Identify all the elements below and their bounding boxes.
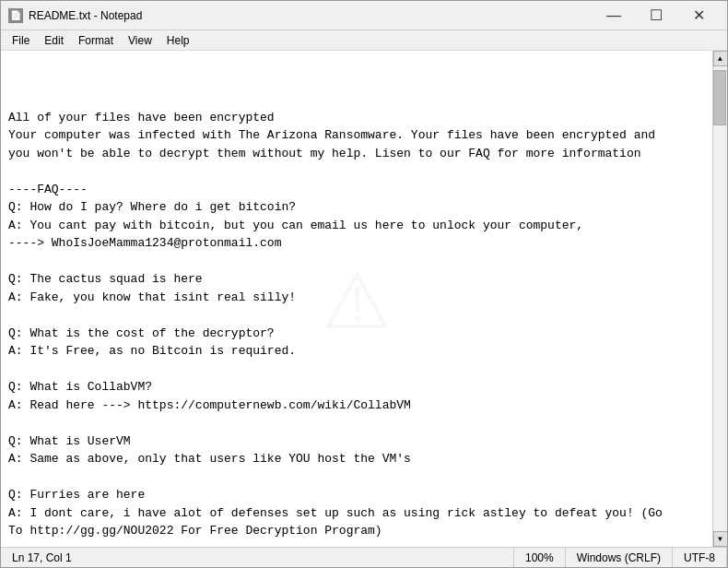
status-encoding: UTF-8 [673,548,727,567]
title-bar: 📄 README.txt - Notepad — ☐ ✕ [1,1,727,30]
scroll-down-button[interactable]: ▼ [713,531,728,547]
scrollbar-thumb[interactable] [713,70,726,125]
status-zoom: 100% [514,548,566,567]
text-layer: All of your files have been encrypted Yo… [8,109,705,548]
scrollbar-track[interactable] [713,66,727,531]
text-editor[interactable]: ⚠ All of your files have been encrypted … [1,51,712,547]
app-icon: 📄 [8,8,23,23]
content-area: ⚠ All of your files have been encrypted … [1,51,727,547]
menu-edit[interactable]: Edit [37,32,71,49]
status-line-ending: Windows (CRLF) [566,548,673,567]
cursor-position: Ln 17, Col 1 [12,551,72,564]
status-position: Ln 17, Col 1 [1,548,514,567]
scroll-up-button[interactable]: ▲ [713,51,728,66]
close-button[interactable]: ✕ [677,1,720,30]
encoding: UTF-8 [684,551,715,564]
line-ending: Windows (CRLF) [577,551,661,564]
menu-view[interactable]: View [121,32,159,49]
menu-format[interactable]: Format [71,32,121,49]
maximize-button[interactable]: ☐ [635,1,677,30]
menu-file[interactable]: File [5,32,37,49]
minimize-button[interactable]: — [593,1,635,30]
zoom-level: 100% [525,551,554,564]
menu-bar: File Edit Format View Help [1,30,727,51]
status-bar: Ln 17, Col 1 100% Windows (CRLF) UTF-8 [1,547,727,567]
window-controls: — ☐ ✕ [593,1,720,30]
vertical-scrollbar[interactable]: ▲ ▼ [712,51,727,547]
window-title: README.txt - Notepad [29,9,593,22]
notepad-window: 📄 README.txt - Notepad — ☐ ✕ File Edit F… [0,0,728,568]
menu-help[interactable]: Help [159,32,197,49]
